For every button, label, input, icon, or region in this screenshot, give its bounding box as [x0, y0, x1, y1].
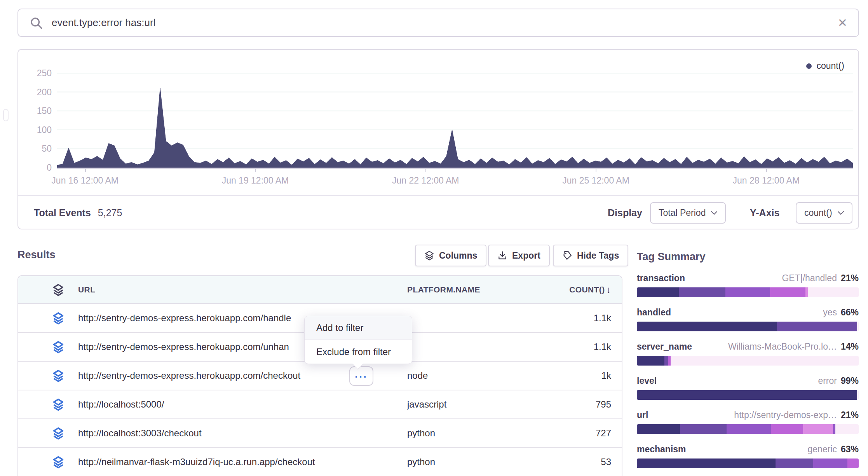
results-table: URL PLATFORM.NAME COUNT() ↓ http://sentr… — [17, 275, 622, 476]
tag-bar-segment[interactable] — [777, 322, 857, 331]
tag-distribution-bar[interactable] — [637, 424, 859, 434]
count-cell[interactable]: 727 — [596, 419, 611, 447]
tag-distribution-bar[interactable] — [637, 322, 859, 331]
platform-cell[interactable]: python — [407, 448, 435, 476]
chart-x-axis-line — [57, 168, 853, 169]
count-cell[interactable]: 53 — [601, 448, 611, 476]
cell-actions-button[interactable]: ... — [349, 366, 373, 386]
tag-distribution-bar[interactable] — [637, 458, 859, 468]
tag-bar-segment[interactable] — [835, 424, 859, 434]
search-bar[interactable]: event.type:error has:url ✕ — [17, 9, 859, 37]
events-area-chart[interactable] — [57, 73, 853, 168]
tag-bar-segment[interactable] — [671, 356, 859, 366]
tag-summary-item-level: level error 99% — [637, 376, 859, 400]
tag-bar-segment[interactable] — [680, 424, 727, 434]
events-chart-panel: count() 250200150100500 Jun 16 12:00 AMJ… — [17, 49, 859, 229]
total-events-value: 5,275 — [98, 207, 122, 219]
column-header-count[interactable]: COUNT() ↓ — [569, 276, 611, 303]
tag-bar-segment[interactable] — [727, 424, 771, 434]
display-dropdown[interactable]: Total Period — [650, 202, 726, 224]
column-header-platform[interactable]: PLATFORM.NAME — [407, 276, 480, 303]
tag-bar-segment[interactable] — [776, 458, 813, 468]
tag-bar-segment[interactable] — [857, 390, 859, 400]
table-row[interactable]: http://sentry-demos-express.herokuapp.co… — [18, 362, 622, 390]
hide-tags-button[interactable]: Hide Tags — [553, 245, 628, 266]
table-row[interactable]: http://neilmanvar-flask-m3uuizd7iq-uc.a.… — [18, 448, 622, 476]
tag-bar-segment[interactable] — [725, 287, 770, 297]
platform-cell[interactable]: node — [407, 362, 428, 390]
columns-button[interactable]: Columns — [415, 245, 486, 266]
tag-bar-segment[interactable] — [679, 287, 725, 297]
url-cell[interactable]: http://neilmanvar-flask-m3uuizd7iq-uc.a.… — [78, 448, 315, 476]
layers-icon — [52, 455, 65, 469]
tag-distribution-bar[interactable] — [637, 390, 859, 400]
export-button[interactable]: Export — [488, 245, 550, 266]
cell-actions-menu: Add to filterExclude from filter — [304, 316, 412, 364]
y-tick-label: 200 — [18, 87, 52, 98]
url-cell[interactable]: http://sentry-demos-express.herokuapp.co… — [78, 362, 300, 390]
tag-summary-heading: Tag Summary — [637, 251, 859, 263]
tag-distribution-bar[interactable] — [637, 356, 859, 366]
sort-desc-icon: ↓ — [607, 284, 611, 295]
sidebar-collapse-handle[interactable] — [3, 109, 9, 121]
tag-bar-segment[interactable] — [808, 287, 859, 297]
tag-bar-segment[interactable] — [771, 424, 803, 434]
tag-distribution-bar[interactable] — [637, 287, 859, 297]
table-row[interactable]: http://localhost:3003/checkoutpython727 — [18, 419, 622, 448]
tag-bar-segment[interactable] — [637, 287, 679, 297]
layers-icon — [52, 369, 65, 383]
url-cell[interactable]: http://sentry-demos-express.herokuapp.co… — [78, 304, 291, 332]
url-cell[interactable]: http://localhost:3003/checkout — [78, 419, 202, 447]
stack-icon[interactable] — [52, 283, 65, 297]
tag-bar-segment[interactable] — [637, 424, 680, 434]
x-tick-mark — [85, 169, 86, 172]
table-row[interactable]: http://localhost:5000/javascript795 — [18, 390, 622, 419]
y-tick-label: 250 — [18, 68, 52, 79]
platform-cell[interactable]: python — [407, 419, 435, 447]
x-tick-label: Jun 16 12:00 AM — [51, 175, 119, 186]
count-cell[interactable]: 1.1k — [594, 333, 611, 361]
x-tick-mark — [596, 169, 596, 172]
count-cell[interactable]: 1k — [601, 362, 611, 390]
yaxis-dropdown[interactable]: count() — [796, 202, 852, 224]
clear-search-icon[interactable]: ✕ — [838, 17, 847, 29]
tag-bar-segment[interactable] — [637, 458, 776, 468]
tag-summary-item-handled: handled yes 66% — [637, 307, 859, 331]
tag-bar-segment[interactable] — [637, 322, 777, 331]
tag-top-percent: 14% — [841, 341, 859, 352]
tag-bar-segment[interactable] — [668, 356, 671, 366]
search-input[interactable]: event.type:error has:url — [52, 17, 838, 29]
tag-bar-segment[interactable] — [847, 458, 859, 468]
tag-bar-segment[interactable] — [813, 458, 848, 468]
yaxis-label: Y-Axis — [750, 196, 779, 229]
count-cell[interactable]: 1.1k — [594, 304, 611, 332]
tag-bar-segment[interactable] — [664, 356, 668, 366]
tag-top-value: yes — [823, 307, 837, 318]
tag-bar-segment[interactable] — [637, 390, 857, 400]
menu-item-add-to-filter[interactable]: Add to filter — [305, 316, 412, 340]
url-cell[interactable]: http://localhost:5000/ — [78, 390, 164, 418]
y-tick-label: 150 — [18, 106, 52, 116]
total-events: Total Events 5,275 — [34, 196, 122, 229]
tag-bar-segment[interactable] — [803, 424, 833, 434]
chart-legend[interactable]: count() — [806, 61, 844, 71]
chart-x-axis: Jun 16 12:00 AMJun 19 12:00 AMJun 22 12:… — [57, 173, 853, 186]
tag-bar-segment[interactable] — [857, 322, 859, 331]
tag-top-percent: 66% — [841, 307, 859, 318]
x-tick-mark — [255, 169, 256, 172]
tag-bar-segment[interactable] — [770, 287, 805, 297]
url-cell[interactable]: http://sentry-demos-express.herokuapp.co… — [78, 333, 289, 361]
tag-top-value: error — [818, 376, 837, 386]
tag-summary-panel: Tag Summary transaction GET|/handled 21%… — [637, 251, 859, 476]
count-cell[interactable]: 795 — [596, 390, 611, 418]
table-header-row: URL PLATFORM.NAME COUNT() ↓ — [18, 276, 622, 304]
results-heading: Results — [17, 249, 56, 261]
count-series-area — [57, 88, 853, 168]
display-dropdown-value: Total Period — [659, 208, 706, 218]
tag-bar-segment[interactable] — [637, 356, 664, 366]
download-icon — [497, 250, 507, 261]
chevron-down-icon — [838, 211, 844, 215]
platform-cell[interactable]: javascript — [407, 390, 446, 418]
chevron-down-icon — [711, 211, 717, 215]
column-header-url[interactable]: URL — [78, 276, 95, 303]
